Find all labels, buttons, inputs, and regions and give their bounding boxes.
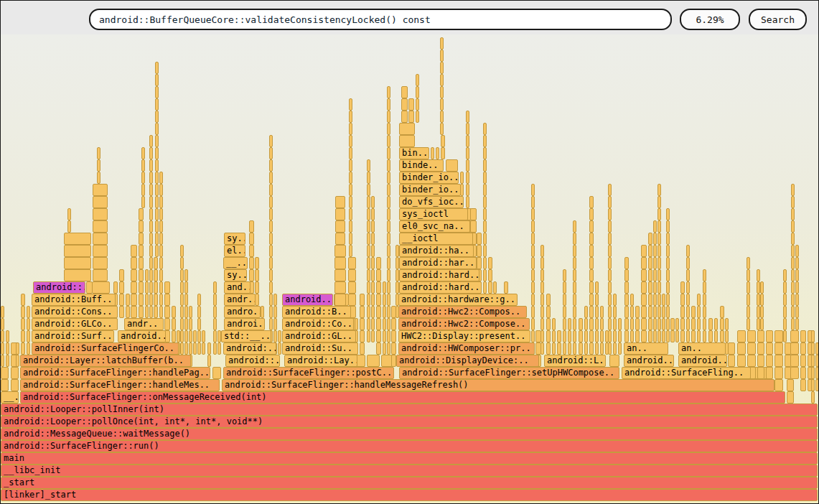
flame-frame-minor[interactable] — [624, 294, 629, 306]
flame-frame-minor[interactable] — [349, 172, 352, 184]
flame-frame-minor[interactable] — [440, 86, 444, 98]
flame-frame-minor[interactable] — [531, 208, 535, 220]
flame-frame-minor[interactable] — [675, 318, 679, 330]
flame-frame-minor[interactable] — [387, 184, 390, 196]
flame-frame-minor[interactable] — [708, 318, 713, 330]
flame-frame-minor[interactable] — [269, 245, 273, 257]
flame-frame-minor[interactable] — [446, 159, 458, 172]
flame-frame-minor[interactable] — [635, 330, 640, 342]
flame-frame-minor[interactable] — [139, 233, 144, 245]
flame-frame-minor[interactable] — [466, 147, 469, 159]
flame-frame-minor[interactable] — [790, 342, 799, 355]
flame-frame-minor[interactable] — [546, 330, 551, 342]
flame-frame-minor[interactable] — [493, 281, 497, 294]
flame-frame[interactable]: android::SurfaceFlinger::run() — [1, 440, 818, 452]
flame-frame-minor[interactable] — [335, 233, 345, 245]
flame-frame-minor[interactable] — [531, 220, 535, 233]
flame-frame-minor[interactable] — [155, 220, 159, 233]
flame-frame-minor[interactable] — [27, 330, 30, 342]
flame-frame-minor[interactable] — [787, 391, 794, 403]
flame-frame-minor[interactable] — [360, 294, 365, 306]
flame-frame-minor[interactable] — [563, 306, 566, 318]
flame-frame-minor[interactable] — [608, 306, 612, 318]
flame-frame[interactable]: __. — [1, 391, 19, 403]
flame-frame-minor[interactable] — [703, 306, 706, 318]
flame-frame-minor[interactable] — [657, 257, 661, 269]
flame-frame-minor[interactable] — [349, 147, 352, 159]
flame-frame-minor[interactable] — [477, 233, 482, 245]
flame-frame-minor[interactable] — [540, 330, 544, 342]
flame-frame-minor[interactable] — [757, 269, 760, 281]
flame-frame-minor[interactable] — [119, 281, 124, 294]
flame-frame-minor[interactable] — [269, 159, 273, 172]
flame-frame-minor[interactable] — [269, 147, 273, 159]
flame-frame-minor[interactable] — [189, 330, 192, 342]
flame-frame[interactable]: binde.. — [399, 159, 444, 172]
flame-frame-minor[interactable] — [164, 281, 170, 294]
flame-frame-minor[interactable] — [783, 318, 787, 330]
flame-frame-minor[interactable] — [145, 306, 149, 318]
flame-frame-minor[interactable] — [399, 123, 415, 135]
flame-frame[interactable]: android::hard.. — [399, 269, 479, 281]
flame-frame-minor[interactable] — [483, 233, 487, 245]
flame-frame-minor[interactable] — [441, 147, 445, 159]
flame-frame-minor[interactable] — [180, 294, 184, 306]
flame-frame-minor[interactable] — [155, 159, 159, 172]
flame-frame-minor[interactable] — [641, 269, 647, 281]
flame-frame-minor[interactable] — [787, 379, 794, 391]
flame-frame-minor[interactable] — [531, 318, 535, 330]
flame-frame-minor[interactable] — [21, 306, 25, 318]
flame-frame-minor[interactable] — [618, 342, 622, 355]
flame-frame-minor[interactable] — [387, 281, 390, 294]
flame-frame-minor[interactable] — [686, 306, 690, 318]
flame-frame-minor[interactable] — [546, 342, 551, 355]
flame-frame-minor[interactable] — [657, 306, 661, 318]
flame-frame-minor[interactable] — [686, 318, 690, 330]
flame-frame-minor[interactable] — [334, 281, 346, 294]
flame-frame-minor[interactable] — [126, 294, 130, 306]
flame-frame-minor[interactable] — [376, 306, 381, 318]
flame-frame-minor[interactable] — [811, 342, 815, 355]
flame-frame-minor[interactable] — [184, 306, 188, 318]
flame-frame-minor[interactable] — [641, 245, 647, 257]
flame-frame-minor[interactable] — [1, 330, 4, 342]
flame-frame[interactable]: androi.. — [224, 318, 265, 330]
flame-frame-minor[interactable] — [387, 98, 390, 111]
flame-frame-minor[interactable] — [440, 37, 444, 50]
flame-frame-minor[interactable] — [666, 318, 670, 330]
flame-frame-minor[interactable] — [1, 355, 4, 367]
flame-frame[interactable]: android::Looper::pollOnce(int, int*, int… — [1, 416, 818, 428]
flame-frame-minor[interactable] — [131, 306, 137, 318]
flame-frame-minor[interactable] — [349, 233, 352, 245]
flame-frame-minor[interactable] — [376, 318, 381, 330]
flame-frame-minor[interactable] — [197, 342, 201, 355]
flame-frame-minor[interactable] — [371, 306, 375, 318]
flame-graph[interactable]: [linker]_start_start__libc_initmainandro… — [1, 34, 818, 503]
flame-frame-minor[interactable] — [376, 294, 381, 306]
flame-frame[interactable]: android::DisplayDevice:.. — [396, 355, 539, 367]
flame-frame[interactable]: bin.. — [399, 147, 429, 159]
flame-frame-minor[interactable] — [1, 342, 4, 355]
flame-frame-minor[interactable] — [1, 367, 9, 379]
flame-frame-minor[interactable] — [131, 245, 137, 257]
flame-frame-minor[interactable] — [666, 330, 670, 342]
flame-frame-minor[interactable] — [595, 306, 599, 318]
flame-frame-minor[interactable] — [21, 294, 25, 306]
flame-frame-minor[interactable] — [269, 269, 273, 281]
flame-frame-minor[interactable] — [416, 86, 419, 98]
flame-frame-minor[interactable] — [367, 294, 370, 306]
flame-frame-minor[interactable] — [573, 257, 576, 269]
flame-frame-minor[interactable] — [791, 294, 795, 306]
flame-frame-minor[interactable] — [273, 294, 277, 306]
flame-frame-minor[interactable] — [531, 306, 535, 318]
flame-frame-minor[interactable] — [155, 172, 159, 184]
flame-frame-minor[interactable] — [269, 281, 273, 294]
flame-frame-minor[interactable] — [1, 379, 9, 391]
flame-frame-minor[interactable] — [6, 342, 9, 355]
flame-frame-minor[interactable] — [470, 220, 477, 233]
flame-frame-minor[interactable] — [92, 281, 110, 294]
flame-frame-minor[interactable] — [184, 330, 188, 342]
flame-frame[interactable]: android::GLCo.. — [32, 318, 118, 330]
flame-frame-minor[interactable] — [93, 196, 108, 208]
flame-frame-minor[interactable] — [783, 306, 787, 318]
